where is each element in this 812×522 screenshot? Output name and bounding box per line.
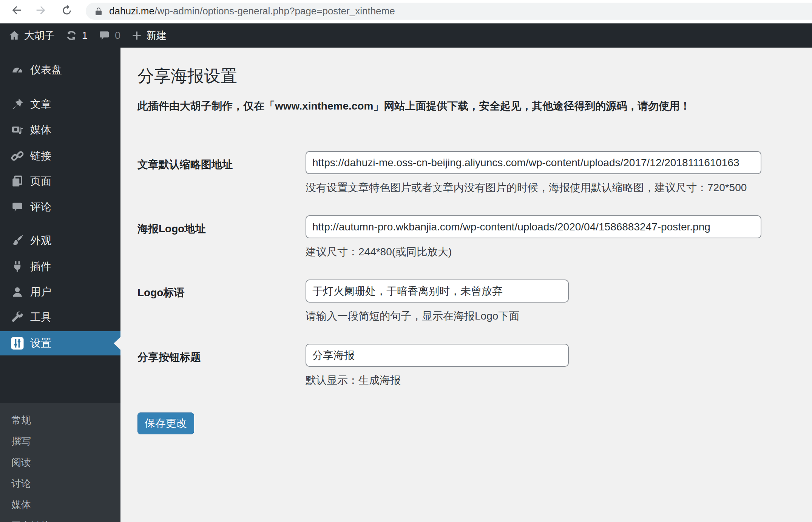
field-label-share-button-title: 分享按钮标题 xyxy=(137,350,201,364)
sidebar-label-appearance: 外观 xyxy=(30,233,51,248)
submenu-item-discussion[interactable]: 讨论 xyxy=(0,473,120,494)
save-changes-button[interactable]: 保存更改 xyxy=(137,412,194,434)
sidebar-label-pages: 页面 xyxy=(30,174,51,188)
url-domain: dahuzi.me xyxy=(109,5,154,17)
browser-forward-button[interactable] xyxy=(33,2,49,18)
update-count: 1 xyxy=(82,30,88,42)
sidebar-label-settings: 设置 xyxy=(30,336,51,351)
sidebar-label-plugins: 插件 xyxy=(30,259,51,274)
settings-submenu: 常规 撰写 阅读 讨论 媒体 固定链接 文章分享海报 xyxy=(0,403,120,522)
field-helper-logo-slogan: 请输入一段简短的句子，显示在海报Logo下面 xyxy=(306,309,519,323)
admin-bar-comments[interactable]: 0 xyxy=(93,23,126,48)
comments-icon xyxy=(11,200,24,214)
page-title: 分享海报设置 xyxy=(137,65,237,87)
sidebar-label-users: 用户 xyxy=(30,285,51,299)
update-icon xyxy=(65,29,77,42)
plugin-icon xyxy=(11,260,24,273)
sidebar-label-media: 媒体 xyxy=(30,123,51,137)
browser-toolbar: dahuzi.me/wp-admin/options-general.php?p… xyxy=(0,0,812,23)
plugin-notice: 此插件由大胡子制作，仅在「www.xintheme.com」网站上面提供下载，安… xyxy=(137,99,690,113)
forward-arrow-icon xyxy=(34,4,47,17)
settings-sliders-icon xyxy=(11,337,24,350)
share-button-title-input[interactable] xyxy=(306,344,569,367)
sidebar-item-links[interactable]: 链接 xyxy=(0,143,120,169)
admin-sidebar-menu: 仪表盘 文章 媒体 链接 页面 xyxy=(0,48,120,522)
field-label-poster-logo: 海报Logo地址 xyxy=(137,222,205,236)
current-menu-notch xyxy=(114,337,120,350)
sidebar-item-appearance[interactable]: 外观 xyxy=(0,228,120,253)
new-label: 新建 xyxy=(146,29,167,42)
sidebar-label-links: 链接 xyxy=(30,149,51,163)
submenu-item-general[interactable]: 常规 xyxy=(0,409,120,431)
reload-icon xyxy=(60,4,73,17)
field-label-logo-slogan: Logo标语 xyxy=(137,286,184,300)
field-helper-share-button-title: 默认显示：生成海报 xyxy=(306,373,401,388)
sidebar-item-tools[interactable]: 工具 xyxy=(0,304,120,330)
browser-back-button[interactable] xyxy=(9,2,25,18)
logo-slogan-input[interactable] xyxy=(306,280,569,303)
admin-bar-new-content[interactable]: 新建 xyxy=(126,23,172,48)
sidebar-item-comments[interactable]: 评论 xyxy=(0,194,120,220)
admin-bar-updates[interactable]: 1 xyxy=(60,23,93,48)
back-arrow-icon xyxy=(10,4,23,17)
submenu-item-reading[interactable]: 阅读 xyxy=(0,452,120,473)
sidebar-label-dashboard: 仪表盘 xyxy=(30,63,62,77)
submenu-item-media[interactable]: 媒体 xyxy=(0,494,120,515)
sidebar-item-dashboard[interactable]: 仪表盘 xyxy=(0,57,120,83)
lock-icon xyxy=(94,7,103,16)
sidebar-item-media[interactable]: 媒体 xyxy=(0,117,120,143)
wrench-icon xyxy=(11,310,24,324)
sidebar-item-plugins[interactable]: 插件 xyxy=(0,254,120,280)
field-helper-default-thumbnail: 没有设置文章特色图片或者文章内没有图片的时候，海报使用默认缩略图，建议尺寸：72… xyxy=(306,181,747,195)
comment-bubble-icon xyxy=(98,29,110,42)
url-path: /wp-admin/options-general.php?page=poste… xyxy=(154,5,395,17)
default-thumbnail-url-input[interactable] xyxy=(306,151,761,174)
admin-bar-site-menu[interactable]: 大胡子 xyxy=(0,23,60,48)
user-icon xyxy=(11,285,24,299)
sidebar-item-posts[interactable]: 文章 xyxy=(0,91,120,117)
settings-page-content: 分享海报设置 此插件由大胡子制作，仅在「www.xintheme.com」网站上… xyxy=(120,48,812,522)
sidebar-label-posts: 文章 xyxy=(30,97,51,111)
site-name: 大胡子 xyxy=(24,29,55,42)
submenu-item-permalinks[interactable]: 固定链接 xyxy=(0,515,120,522)
field-label-default-thumbnail: 文章默认缩略图地址 xyxy=(137,158,233,172)
comment-count: 0 xyxy=(115,30,120,42)
address-bar[interactable]: dahuzi.me/wp-admin/options-general.php?p… xyxy=(86,3,812,20)
field-helper-poster-logo: 建议尺寸：244*80(或同比放大) xyxy=(306,245,452,259)
sidebar-label-comments: 评论 xyxy=(30,200,51,214)
brush-icon xyxy=(11,234,24,247)
submenu-item-writing[interactable]: 撰写 xyxy=(0,431,120,452)
plus-icon xyxy=(131,30,142,41)
home-icon xyxy=(8,29,20,42)
poster-logo-url-input[interactable] xyxy=(306,215,761,238)
wp-admin-bar: 大胡子 1 0 新建 xyxy=(0,23,812,48)
sidebar-item-users[interactable]: 用户 xyxy=(0,279,120,305)
sidebar-label-tools: 工具 xyxy=(30,310,51,324)
link-icon xyxy=(11,149,24,163)
pages-icon xyxy=(11,175,24,188)
dashboard-icon xyxy=(11,63,24,77)
media-icon xyxy=(11,123,24,137)
pushpin-icon xyxy=(11,97,24,111)
browser-reload-button[interactable] xyxy=(59,2,75,18)
wordpress-admin-screen: dahuzi.me/wp-admin/options-general.php?p… xyxy=(0,0,812,522)
sidebar-item-pages[interactable]: 页面 xyxy=(0,168,120,194)
sidebar-item-settings[interactable]: 设置 xyxy=(0,331,120,355)
